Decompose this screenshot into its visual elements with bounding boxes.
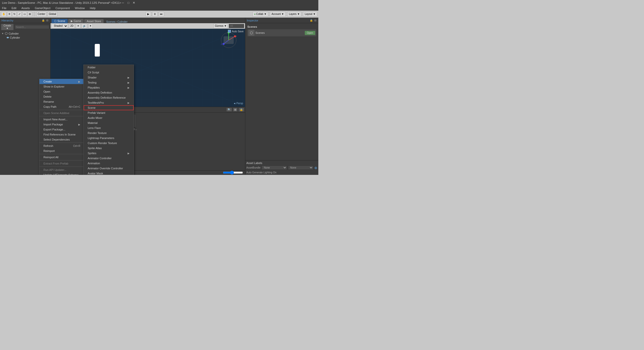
zoom-range-input[interactable] xyxy=(223,171,243,175)
inspector-lock-icon[interactable]: 🔒 xyxy=(309,19,313,22)
ctx-prefab-variant[interactable]: Prefab Variant xyxy=(84,110,134,115)
ctx-export-package[interactable]: Export Package... xyxy=(39,127,84,132)
menu-help[interactable]: Help xyxy=(89,6,97,10)
ctx-render-texture[interactable]: Render Texture xyxy=(84,130,134,136)
scene-fx-button[interactable]: ✦ xyxy=(88,23,93,29)
asset-bundle-icon[interactable]: ⊕ xyxy=(314,166,317,170)
minimize-button[interactable]: ─ xyxy=(121,1,125,5)
maximize-button[interactable]: □ xyxy=(127,1,130,5)
global-button[interactable]: Global xyxy=(47,12,57,17)
auto-save-checkbox[interactable] xyxy=(228,30,231,33)
zoom-slider[interactable] xyxy=(223,171,243,175)
ctx-assembly-definition[interactable]: Assembly Definition xyxy=(84,90,134,95)
menu-component[interactable]: Component xyxy=(54,6,71,10)
ctx-playables[interactable]: Playables ▶ xyxy=(84,85,134,90)
ctx-import-package[interactable]: Import Package ▶ xyxy=(39,122,84,127)
svg-rect-16 xyxy=(224,36,234,44)
hand-tool[interactable]: ✋ xyxy=(1,12,7,17)
window-controls[interactable]: ─ □ ✕ xyxy=(121,1,136,5)
ctx-folder[interactable]: Folder xyxy=(84,65,134,70)
layers-button[interactable]: Layers ▼ xyxy=(287,12,302,17)
breadcrumb-scenes[interactable]: Scenes xyxy=(106,20,115,23)
ctx-show-in-explorer[interactable]: Show in Explorer xyxy=(39,84,84,89)
tab-asset-store[interactable]: Asset Store xyxy=(84,19,104,23)
ctx-audio-mixer[interactable]: Audio Mixer xyxy=(84,115,134,120)
shading-mode-select[interactable]: Shaded xyxy=(52,23,68,29)
ctx-update-ui-elements[interactable]: Update UIElements Schema xyxy=(39,172,84,175)
hierarchy-create-button[interactable]: Create ▼ xyxy=(1,24,14,30)
ctx-find-references[interactable]: Find References In Scene xyxy=(39,132,84,137)
hierarchy-float-icon[interactable]: ⊟ xyxy=(46,19,49,22)
gizmos-button[interactable]: Gizmos ▼ xyxy=(213,23,228,29)
ctx-rename[interactable]: Rename xyxy=(39,99,84,104)
ctx-import-new-asset[interactable]: Import New Asset... xyxy=(39,117,84,122)
scene-gizmo-widget[interactable]: X Y Z xyxy=(220,31,237,49)
ctx-scene[interactable]: Scene xyxy=(84,105,134,110)
ctx-reimport[interactable]: Reimport xyxy=(39,148,84,153)
ctx-copy-path-label: Copy Path xyxy=(43,105,56,108)
ctx-delete[interactable]: Delete xyxy=(39,94,84,99)
ctx-select-dependencies[interactable]: Select Dependencies xyxy=(39,137,84,142)
inspector-header: Inspector 🔒 ⊟ xyxy=(245,18,318,23)
play-button[interactable]: ▶ xyxy=(146,12,151,17)
ctx-animator-override[interactable]: Animator Override Controller xyxy=(84,166,134,171)
collab-button[interactable]: ● Collab ▼ xyxy=(252,12,268,17)
ctx-refresh[interactable]: Refresh Ctrl+R xyxy=(39,143,84,148)
scene-light-button[interactable]: ☀ xyxy=(76,23,81,29)
close-button[interactable]: ✕ xyxy=(132,1,136,5)
ctx-custom-render-texture[interactable]: Custom Render Texture xyxy=(84,141,134,146)
rotate-tool[interactable]: ↻ xyxy=(12,12,17,17)
hierarchy-lock-icon[interactable]: 🔒 xyxy=(41,19,45,22)
transform-tool[interactable]: ⊞ xyxy=(28,12,32,17)
ctx-reimport-all[interactable]: Reimport All xyxy=(39,155,84,160)
breadcrumb-cylinder[interactable]: Cylinder xyxy=(117,20,128,23)
ctx-lightmap-parameters[interactable]: Lightmap Parameters xyxy=(84,136,134,141)
hierarchy-search-input[interactable] xyxy=(15,25,49,29)
scene-search-input[interactable] xyxy=(229,24,244,28)
2d-button[interactable]: 2D xyxy=(69,23,75,29)
account-button[interactable]: Account ▼ xyxy=(270,12,286,17)
rect-tool[interactable]: ▭ xyxy=(22,12,27,17)
ctx-copy-path[interactable]: Copy Path Alt+Ctrl+C xyxy=(39,104,84,109)
menu-file[interactable]: File xyxy=(1,6,8,10)
asset-sort-btn[interactable]: ⊞ xyxy=(233,108,237,112)
ctx-avatar-mask[interactable]: Avatar Mask xyxy=(84,171,134,175)
scene-audio-button[interactable]: 🔊 xyxy=(82,23,87,29)
ctx-shader[interactable]: Shader ▶ xyxy=(84,75,134,80)
menu-assets[interactable]: Assets xyxy=(20,6,31,10)
ctx-textmeshpro[interactable]: TextMeshPro ▶ xyxy=(84,100,134,105)
asset-search-btn[interactable]: 🔍 xyxy=(226,108,232,112)
tab-game[interactable]: ▶ Game xyxy=(68,19,84,23)
asset-lock-btn[interactable]: 🔒 xyxy=(238,108,244,112)
inspector-float-icon[interactable]: ⊟ xyxy=(314,19,317,22)
auto-save-toggle[interactable]: Auto Save xyxy=(228,30,244,33)
hierarchy-cylinder-item[interactable]: ⬬ Cylinder xyxy=(1,36,50,39)
ctx-assembly-definition-ref[interactable]: Assembly Definition Reference xyxy=(84,95,134,100)
ctx-material[interactable]: Material xyxy=(84,120,134,125)
ctx-csharp-script[interactable]: C# Script xyxy=(84,70,134,75)
ctx-rename-label: Rename xyxy=(43,100,54,103)
menu-edit[interactable]: Edit xyxy=(11,6,17,10)
ctx-create[interactable]: Create ▶ xyxy=(39,79,84,84)
ctx-testing[interactable]: Testing ▶ xyxy=(84,80,134,85)
ctx-animation[interactable]: Animation xyxy=(84,161,134,166)
ctx-animator-controller[interactable]: Animator Controller xyxy=(84,156,134,161)
asset-bundle-variant-select[interactable]: None xyxy=(288,166,313,170)
inspector-open-button[interactable]: Open xyxy=(305,31,315,35)
hierarchy-scene-item[interactable]: ▼ ⬡ Cylinder xyxy=(1,31,50,36)
tab-scene[interactable]: ⬡ Scene xyxy=(52,19,68,23)
ctx-open[interactable]: Open xyxy=(39,89,84,94)
ctx-sprites[interactable]: Sprites ▶ xyxy=(84,151,134,156)
asset-bundle-select[interactable]: None xyxy=(261,166,287,170)
scale-tool[interactable]: ⤢ xyxy=(17,12,22,17)
pause-button[interactable]: ⏸ xyxy=(152,12,158,17)
menu-window[interactable]: Window xyxy=(74,6,86,10)
ctx-delete-label: Delete xyxy=(43,95,52,98)
move-tool[interactable]: ✛ xyxy=(7,12,12,17)
ctx-sprite-atlas[interactable]: Sprite Atlas xyxy=(84,146,134,151)
layout-button[interactable]: Layout ▼ xyxy=(303,12,317,17)
ctx-lens-flare[interactable]: Lens Flare xyxy=(84,125,134,130)
menu-gameobject[interactable]: GameObject xyxy=(34,6,52,10)
step-button[interactable]: ⏭ xyxy=(159,12,164,17)
center-button[interactable]: Center xyxy=(36,12,46,17)
